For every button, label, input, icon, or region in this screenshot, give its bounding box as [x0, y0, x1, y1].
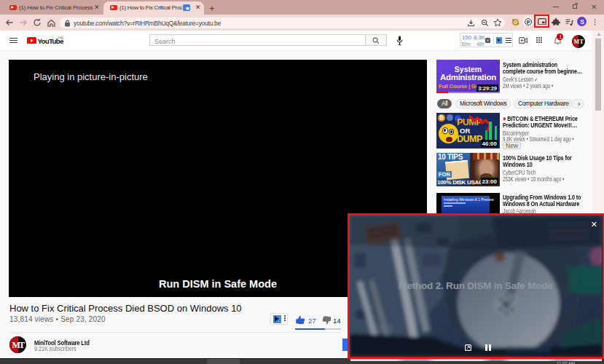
svg-text:O: O: [514, 20, 517, 25]
